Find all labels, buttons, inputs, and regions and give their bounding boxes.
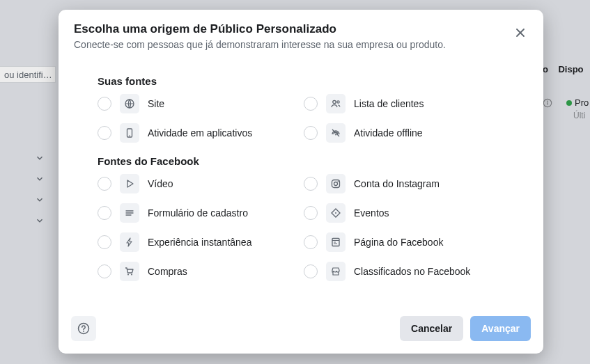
source-instagram[interactable]: Conta do Instagram xyxy=(304,174,504,193)
page-icon xyxy=(326,232,346,252)
radio-indicator[interactable] xyxy=(98,264,111,278)
option-label: Conta do Instagram xyxy=(354,178,440,189)
radio-indicator[interactable] xyxy=(304,206,318,220)
option-label: Compras xyxy=(148,266,187,277)
radio-indicator[interactable] xyxy=(98,97,111,111)
people-icon xyxy=(326,94,346,113)
option-label: Formulário de cadastro xyxy=(148,207,248,219)
source-fb-page[interactable]: Página do Facebook xyxy=(304,232,504,252)
source-lead-form[interactable]: Formulário de cadastro xyxy=(98,203,298,223)
option-label: Vídeo xyxy=(148,178,173,189)
cart-icon xyxy=(120,262,139,281)
svg-point-12 xyxy=(335,212,336,214)
help-button[interactable] xyxy=(71,316,96,341)
tag-icon xyxy=(326,203,346,223)
close-icon xyxy=(514,26,527,39)
globe-icon xyxy=(120,94,139,113)
option-label: Experiência instantânea xyxy=(148,237,251,248)
svg-point-15 xyxy=(131,274,132,276)
instagram-icon xyxy=(326,174,346,193)
option-label: Página do Facebook xyxy=(354,237,443,248)
radio-indicator[interactable] xyxy=(304,264,318,278)
next-button[interactable]: Avançar xyxy=(470,316,531,341)
heading-your-sources: Suas fontes xyxy=(98,75,504,87)
option-label: Classificados no Facebook xyxy=(354,266,470,277)
radio-indicator[interactable] xyxy=(304,97,318,111)
modal-body: Suas fontes SiteLista de clientesAtivida… xyxy=(59,56,543,306)
modal-title: Escolha uma origem de Público Personaliz… xyxy=(74,22,528,36)
radio-indicator[interactable] xyxy=(304,235,318,249)
radio-indicator[interactable] xyxy=(98,126,111,140)
modal-footer: Cancelar Avançar xyxy=(59,306,543,354)
svg-point-17 xyxy=(83,331,84,332)
source-instant-exp[interactable]: Experiência instantânea xyxy=(98,232,298,252)
source-marketplace[interactable]: Classificados no Facebook xyxy=(304,262,504,281)
svg-point-11 xyxy=(338,181,339,182)
source-video[interactable]: Vídeo xyxy=(98,174,298,193)
option-label: Atividade offline xyxy=(354,127,423,139)
modal-subtitle: Conecte-se com pessoas que já demonstrar… xyxy=(74,39,528,50)
cancel-button[interactable]: Cancelar xyxy=(400,316,463,341)
option-label: Atividade em aplicativos xyxy=(148,127,252,139)
svg-point-4 xyxy=(333,100,336,103)
radio-indicator[interactable] xyxy=(304,126,318,140)
mobile-icon xyxy=(120,123,139,143)
svg-point-7 xyxy=(129,135,130,136)
source-customer-list[interactable]: Lista de clientes xyxy=(304,94,504,113)
heading-fb-sources: Fontes do Facebook xyxy=(98,155,504,167)
radio-indicator[interactable] xyxy=(98,235,111,249)
offline-icon xyxy=(326,123,346,143)
svg-point-14 xyxy=(127,274,129,276)
source-shopping[interactable]: Compras xyxy=(98,262,298,281)
radio-indicator[interactable] xyxy=(98,206,111,220)
marketplace-icon xyxy=(326,262,346,281)
form-icon xyxy=(120,203,139,223)
radio-indicator[interactable] xyxy=(98,177,111,191)
fb-sources-grid: VídeoConta do InstagramFormulário de cad… xyxy=(98,174,504,281)
close-button[interactable] xyxy=(510,22,531,43)
option-label: Site xyxy=(148,98,164,109)
your-sources-grid: SiteLista de clientesAtividade em aplica… xyxy=(98,94,504,143)
source-events[interactable]: Eventos xyxy=(304,203,504,223)
svg-point-8 xyxy=(335,134,336,136)
option-label: Eventos xyxy=(354,207,389,219)
modal-header: Escolha uma origem de Público Personaliz… xyxy=(59,10,543,56)
radio-indicator[interactable] xyxy=(304,177,318,191)
source-site[interactable]: Site xyxy=(98,94,298,113)
play-icon xyxy=(120,174,139,193)
help-icon xyxy=(77,322,90,335)
svg-point-5 xyxy=(337,101,339,103)
custom-audience-source-modal: Escolha uma origem de Público Personaliz… xyxy=(59,10,543,354)
bolt-icon xyxy=(120,232,139,252)
source-offline-activity[interactable]: Atividade offline xyxy=(304,123,504,143)
option-label: Lista de clientes xyxy=(354,98,424,109)
source-app-activity[interactable]: Atividade em aplicativos xyxy=(98,123,298,143)
svg-point-10 xyxy=(334,182,338,186)
